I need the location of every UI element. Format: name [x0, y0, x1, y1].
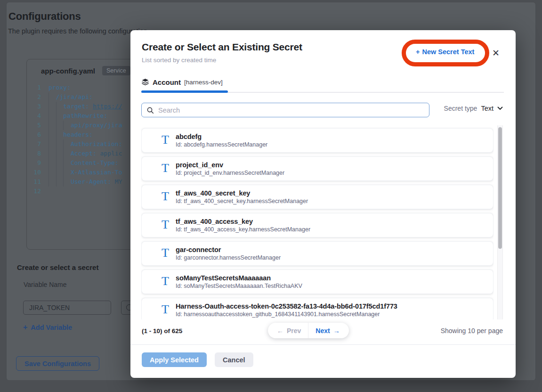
- new-secret-text-button[interactable]: +New Secret Text: [416, 48, 474, 56]
- code-segment: /jira/api:: [56, 92, 93, 102]
- secret-id: Id: abcdefg.harnessSecretManager: [176, 141, 267, 148]
- secret-name: project_id_env: [176, 161, 284, 169]
- text-secret-icon: T: [160, 303, 171, 316]
- code-segment: Content-Type:: [71, 158, 119, 168]
- save-configurations-button[interactable]: Save Configurations: [16, 356, 99, 371]
- cancel-button[interactable]: Cancel: [215, 352, 253, 367]
- search-input[interactable]: [158, 106, 424, 114]
- indent-guide: [63, 158, 71, 168]
- search-icon: [146, 106, 154, 114]
- indent-guide: [49, 92, 56, 102]
- secret-list-item[interactable]: THarness-Oauth-access-token-0c253582-fa1…: [141, 298, 493, 319]
- footer-divider: [130, 344, 516, 345]
- secret-type-dropdown[interactable]: Secret type Text: [444, 105, 503, 112]
- indent-guide: [63, 168, 71, 177]
- secret-list-item[interactable]: TabcdefgId: abcdefg.harnessSecretManager: [141, 128, 493, 153]
- secret-name: tf_aws_400_access_key: [176, 218, 310, 225]
- scrollbar-thumb[interactable]: [498, 127, 502, 249]
- secret-id: Id: garconnector.harnessSecretManager: [176, 254, 281, 261]
- prev-page-button[interactable]: ←Prev: [268, 323, 308, 338]
- text-secret-icon: T: [160, 162, 171, 174]
- indent-guide: [56, 111, 64, 121]
- variable-name-input[interactable]: [23, 301, 111, 315]
- next-label: Next: [315, 327, 330, 335]
- service-badge: Service: [102, 66, 130, 75]
- line-number: 12: [27, 187, 49, 196]
- line-number: 10: [27, 168, 49, 177]
- close-icon[interactable]: ✕: [490, 47, 502, 59]
- code-segment: Accept:: [71, 149, 100, 158]
- indent-guide: [63, 121, 71, 130]
- code-segment: User-Agent:: [71, 177, 115, 187]
- code-segment: headers:: [63, 130, 93, 139]
- secret-type-label: Secret type: [444, 105, 477, 112]
- secret-list-item[interactable]: TsoManyTestSecretsMaaaaaanId: soManyTest…: [141, 270, 493, 294]
- layers-icon: [141, 78, 149, 86]
- secret-list-item[interactable]: Tproject_id_envId: project_id_env.harnes…: [141, 156, 493, 181]
- plus-icon: +: [416, 48, 420, 56]
- line-number: 1: [27, 83, 49, 92]
- code-segment: pathRewrite:: [63, 111, 107, 121]
- pagination-range: (1 - 10) of 625: [142, 323, 182, 339]
- secret-type-value: Text: [481, 105, 493, 112]
- indent-guide: [49, 139, 56, 149]
- indent-guide: [49, 111, 56, 121]
- secret-name: soManyTestSecretsMaaaaaan: [176, 274, 302, 282]
- secret-list-item[interactable]: Ttf_aws_400_access_keyId: tf_aws_400_acc…: [141, 213, 493, 237]
- text-secret-icon: T: [160, 134, 171, 146]
- code-filename: app-config.yaml: [41, 67, 95, 75]
- text-secret-icon: T: [160, 275, 171, 287]
- active-tab-underline: [141, 90, 228, 93]
- per-page-indicator: Showing 10 per page: [441, 323, 503, 339]
- next-page-button[interactable]: Next→: [308, 323, 348, 338]
- arrow-left-icon: ←: [277, 327, 283, 335]
- page-description: The plugin requires the following config…: [8, 27, 147, 35]
- indent-guide: [49, 177, 56, 187]
- code-segment: applic: [100, 149, 122, 158]
- indent-guide: [49, 168, 56, 177]
- tab-account-scope: [harness-dev]: [184, 79, 223, 86]
- prev-label: Prev: [287, 327, 301, 335]
- secret-list-item[interactable]: Tgar-connectorId: garconnector.harnessSe…: [141, 241, 493, 266]
- line-number: 11: [27, 177, 49, 187]
- arrow-right-icon: →: [333, 327, 340, 335]
- line-number: 4: [27, 111, 49, 121]
- code-segment: MY: [115, 177, 122, 187]
- secret-name: abcdefg: [176, 133, 267, 140]
- secret-form-heading: Create or select a secret: [17, 263, 98, 271]
- code-segment: Authorization:: [71, 139, 122, 149]
- chevron-down-icon: [497, 106, 503, 110]
- line-number: 7: [27, 139, 49, 149]
- indent-guide: [56, 121, 64, 130]
- code-segment: https://: [93, 102, 122, 111]
- search-box: [141, 103, 429, 117]
- code-segment: api/proxy/jira: [71, 121, 122, 130]
- tab-account[interactable]: Account [harness-dev]: [141, 76, 223, 88]
- code-segment: X-Atlassian-To: [71, 168, 122, 177]
- indent-guide: [63, 139, 71, 149]
- text-secret-icon: T: [160, 247, 171, 259]
- indent-guide: [49, 130, 56, 139]
- line-number: 8: [27, 149, 49, 158]
- line-number: 3: [27, 102, 49, 111]
- secret-id: Id: tf_aws_400_secret_key.harnessSecretM…: [176, 198, 308, 204]
- indent-guide: [56, 139, 64, 149]
- secret-id: Id: harnessoauthaccesstoken_github_16843…: [176, 311, 397, 318]
- indent-guide: [56, 177, 64, 187]
- indent-guide: [63, 177, 71, 187]
- secret-id: Id: soManyTestSecretsMaaaaaan.TestRichaA…: [176, 283, 302, 289]
- modal-subtitle: List sorted by created time: [142, 57, 216, 64]
- select-secret-modal: Create or Select an Existing Secret List…: [130, 30, 516, 378]
- indent-guide: [56, 102, 64, 111]
- add-variable-button[interactable]: +Add Variable: [23, 323, 72, 332]
- code-segment: proxy:: [49, 83, 71, 92]
- page-title: Configurations: [8, 10, 81, 23]
- new-secret-text-label: New Secret Text: [422, 48, 474, 56]
- indent-guide: [49, 102, 56, 111]
- modal-title: Create or Select an Existing Secret: [142, 41, 302, 53]
- secret-list-item[interactable]: Ttf_aws_400_secret_keyId: tf_aws_400_sec…: [141, 185, 493, 209]
- apply-selected-button[interactable]: Apply Selected: [142, 352, 207, 367]
- indent-guide: [56, 130, 64, 139]
- secret-name: gar-connector: [176, 246, 281, 253]
- line-number: 2: [27, 92, 49, 102]
